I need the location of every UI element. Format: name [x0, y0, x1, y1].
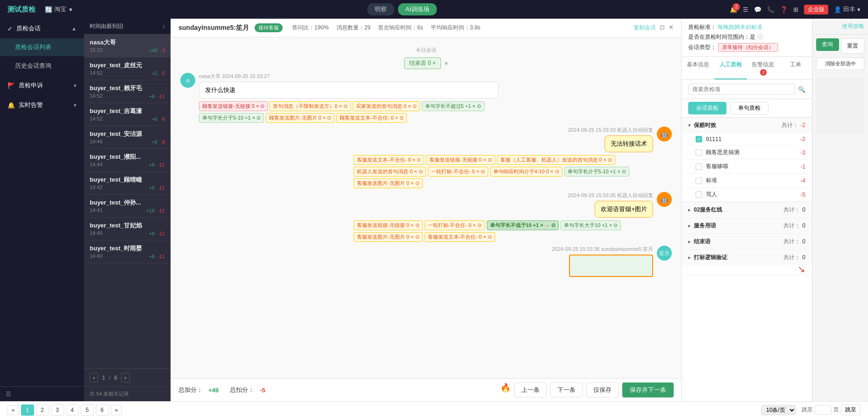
tag-close[interactable]: ⊙: [488, 157, 492, 163]
tag-close[interactable]: ⊙: [613, 222, 618, 228]
checkbox-verbose[interactable]: [696, 163, 702, 170]
ai-training-tab[interactable]: AI训练场: [398, 3, 437, 15]
last-page-btn[interactable]: »: [111, 405, 122, 415]
search-input[interactable]: [688, 84, 795, 95]
tag-2-1[interactable]: 客服发送文本-不合任- 0 × ⊙: [354, 155, 424, 165]
tag-3-2[interactable]: 一轮打标-不合任- 0 × ⊙: [425, 220, 485, 230]
user-menu[interactable]: 👤 田丰 ▾: [834, 5, 861, 14]
phone-icon[interactable]: 📞: [767, 6, 775, 13]
platform-selector[interactable]: 🔄 淘宝 ▾: [45, 5, 74, 14]
section-closing-header[interactable]: ▸ 结束语 共计：0: [682, 234, 812, 249]
tag-close[interactable]: ⊙: [477, 103, 481, 109]
tag-2-2[interactable]: 客服发送链接-无链接 0 × ⊙: [426, 155, 495, 165]
tag-1-2[interactable]: 首句消息（不限制发送方）0 × ⊙: [270, 101, 351, 111]
mingcha-tab[interactable]: 明察: [367, 3, 394, 15]
first-page-btn[interactable]: «: [7, 405, 19, 415]
page-3-btn[interactable]: 3: [51, 404, 64, 416]
per-page-select[interactable]: 10条/页: [761, 405, 796, 415]
section-warranty-header[interactable]: ▾ 保赔时效 共计：-2: [682, 118, 812, 133]
sidebar-item-appeal[interactable]: 🚩 质检申诉 ▾: [0, 76, 84, 95]
page-2-btn[interactable]: 2: [36, 404, 49, 416]
tag-close[interactable]: ⊙: [622, 169, 626, 175]
conv-item-8[interactable]: buyer_test_甘妃焰 14:40 +6 -11: [84, 218, 171, 241]
tag-close[interactable]: ⊙: [551, 222, 555, 228]
clear-selection-btn[interactable]: 消除全部选中: [816, 57, 864, 70]
page-4-btn[interactable]: 4: [66, 404, 79, 416]
tag-1-7[interactable]: 顾客发送文本-不合任- 0 × ⊙: [336, 113, 407, 123]
tag-1-4[interactable]: 单句字长不超过5 +1 × ⊙: [422, 101, 484, 111]
prev-page-btn[interactable]: ‹: [90, 373, 98, 383]
checkbox-abuse[interactable]: [696, 191, 702, 198]
tag-close[interactable]: ⊙: [555, 169, 559, 175]
tag-close[interactable]: ⊙: [413, 103, 417, 109]
tag-3-3[interactable]: 单句字长不低于10 +1 × → ⊙: [487, 220, 559, 230]
page-1-btn[interactable]: 1: [21, 404, 34, 416]
section-redline-header[interactable]: ▸ 02服务红线 共计：0: [682, 202, 812, 218]
checkbox-evil[interactable]: [696, 149, 702, 156]
notification-icon[interactable]: 🔔 2: [730, 6, 737, 13]
sort-icon[interactable]: ↕: [162, 23, 165, 30]
close-icon[interactable]: ✕: [669, 24, 674, 32]
sidebar-item-history[interactable]: 历史会话查询: [0, 56, 84, 76]
tag-close[interactable]: ⊙: [481, 169, 485, 175]
sidebar-item-quality-list[interactable]: 质检会话列表: [0, 38, 84, 56]
tag-3-6[interactable]: 客服发送文本-不合任- 0 × ⊙: [425, 232, 495, 242]
conv-item-4[interactable]: buyer_test_安洁源 14:46 +6 -8: [84, 126, 171, 149]
tag-close[interactable]: ⊙: [417, 157, 421, 163]
tag-close[interactable]: ⊙: [260, 103, 264, 109]
tag-1-6[interactable]: 顾客发送图片-无图片 0 × ⊙: [266, 113, 334, 123]
conv-item-3[interactable]: buyer_test_吉葛潇 14:52 +6 -8: [84, 103, 171, 126]
tab-basic-info[interactable]: 基本信息: [682, 57, 714, 79]
prev-btn[interactable]: 上一条: [514, 383, 547, 397]
conv-item-7[interactable]: buyer_test_仲孙... 14:41 +16 -11: [84, 195, 171, 218]
conv-item-0[interactable]: nasa大哥 15:33 +49 -3: [84, 35, 171, 57]
copy-chat-btn[interactable]: 复制会话: [633, 24, 656, 32]
qt-tab-sentence[interactable]: 单句质检: [730, 102, 768, 114]
conv-item-9[interactable]: buyer_test_时雨婴 14:40 +6 -11: [84, 241, 171, 263]
minimize-icon[interactable]: ⊡: [660, 24, 665, 32]
conv-item-6[interactable]: buyer_test_顾晴疃 14:42 +6 -11: [84, 172, 171, 195]
conv-item-5[interactable]: buyer_test_濮阳... 14:44 +6 -11: [84, 149, 171, 172]
tag-2-3[interactable]: 客服（人工客服、机器人）发送的首句消息 0 × ⊙: [497, 155, 616, 165]
tab-manual-quality[interactable]: 人工质检: [714, 57, 747, 79]
tag-1-5[interactable]: 单句字长介于5-10 +1 × ⊙: [199, 113, 264, 123]
tag-3-4[interactable]: 单句字长大于10 +1 × ⊙: [561, 220, 621, 230]
checkbox-91111[interactable]: ✓: [696, 136, 702, 142]
jump-btn[interactable]: 跳至: [841, 404, 861, 415]
checkbox-standard[interactable]: [696, 177, 702, 184]
save-next-btn[interactable]: 保存并下一条: [622, 383, 674, 397]
conv-item-1[interactable]: buyer_test_皮丝元 14:52 +2 -5: [84, 57, 171, 80]
tag-2-5[interactable]: 一轮打标-不合任- 0 × ⊙: [428, 167, 488, 177]
menu-collapse-icon[interactable]: ☰: [6, 390, 11, 397]
save-only-btn[interactable]: 仅保存: [586, 383, 619, 397]
tag-close[interactable]: ⊙: [343, 103, 348, 109]
tag-close[interactable]: ⊙: [608, 157, 612, 163]
page-6-btn[interactable]: 6: [96, 404, 109, 416]
tag-close[interactable]: ⊙: [488, 234, 492, 240]
tag-1-1[interactable]: 顾客发送链接-无链接 0 × ⊙: [199, 101, 268, 111]
sidebar-item-realtime-alert[interactable]: 🔔 实时告警 ▾: [0, 95, 84, 115]
conv-item-2[interactable]: buyer_test_赖牙毛 14:52 +6 -11: [84, 80, 171, 103]
reset-btn[interactable]: 重置: [841, 38, 865, 54]
tag-2-7[interactable]: 单句字长介于5-10 +1 × ⊙: [564, 167, 629, 177]
tag-1-3[interactable]: 买家发送的首句消息 0 × ⊙: [353, 101, 420, 111]
tag-close[interactable]: ⊙: [415, 222, 420, 228]
menu-icon[interactable]: ☰: [743, 6, 748, 13]
tag-close[interactable]: ⊙: [477, 222, 482, 228]
jump-input[interactable]: [815, 405, 832, 415]
section-phrase-header[interactable]: ▸ 服务用语 共计：0: [682, 218, 812, 234]
tag-close[interactable]: ⊙: [415, 180, 420, 186]
next-page-btn[interactable]: ›: [121, 373, 129, 383]
tab-ticket[interactable]: 工单: [779, 57, 812, 79]
tag-close[interactable]: ⊙: [327, 115, 331, 121]
sidebar-item-quality-check[interactable]: ✓ 质检会话 ▲: [0, 19, 84, 38]
tag-3-5[interactable]: 客服发送图片-无图片 0 × ⊙: [354, 232, 422, 242]
search-icon[interactable]: 🔍: [798, 86, 805, 93]
tab-alert-info[interactable]: 告警信息 2: [747, 57, 780, 79]
query-btn[interactable]: 查询: [816, 38, 839, 51]
page-5-btn[interactable]: 5: [81, 404, 94, 416]
tag-3-1[interactable]: 客服发送链接-无链接 0 × ⊙: [354, 220, 422, 230]
tag-2-4[interactable]: 机器人发送的首句消息 0 × ⊙: [354, 167, 426, 177]
tag-close[interactable]: ⊙: [415, 234, 420, 240]
quality-std-link[interactable]: 每晚跑脚本的标准: [718, 24, 762, 30]
